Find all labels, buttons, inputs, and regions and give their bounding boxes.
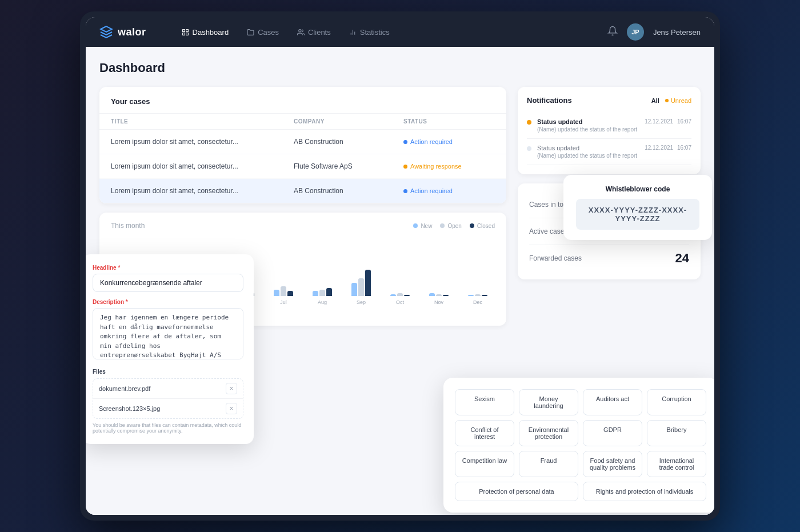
bar-new	[351, 283, 357, 296]
notif-time: 12.12.2021 16:07	[645, 145, 691, 159]
bar-open	[475, 294, 481, 296]
bar-closed	[482, 295, 487, 296]
nav-item-dashboard[interactable]: Dashboard	[174, 25, 237, 40]
notif-indicator-unread	[527, 120, 531, 125]
whistleblower-card: Whistleblower code XXXX-YYYY-ZZZZ-XXXX-Y…	[563, 175, 712, 240]
bar-group: Oct	[383, 233, 417, 305]
cases-title: Your cases	[111, 97, 150, 106]
table-row[interactable]: Lorem ipsum dolor sit amet, consectetur.…	[99, 154, 506, 179]
svg-rect-1	[186, 29, 188, 31]
file-delete-button[interactable]: ×	[226, 383, 237, 394]
bar-new	[313, 291, 318, 296]
table-row[interactable]: Lorem ipsum dolor sit amet, consectetur.…	[99, 130, 506, 154]
notification-bell[interactable]	[607, 26, 618, 38]
bar-month-label: Oct	[396, 299, 404, 305]
notif-tab-all[interactable]: All	[651, 97, 659, 104]
table-row[interactable]: Lorem ipsum dolor sit amet, consectetur.…	[99, 179, 506, 203]
file-name: Screenshot.123×5.jpg	[99, 405, 160, 412]
bars	[390, 233, 410, 296]
file-item: dokument.brev.pdf ×	[93, 379, 243, 399]
notification-item[interactable]: Status updated (Name) updated the status…	[527, 139, 691, 165]
bar-group: Dec	[461, 233, 495, 305]
category-tag[interactable]: GDPR	[583, 420, 642, 446]
report-form-card: Headline * Description * Jeg har igennem…	[86, 254, 254, 444]
notif-content: Status updated (Name) updated the status…	[537, 118, 637, 133]
category-tag[interactable]: International trade control	[647, 451, 706, 477]
wb-title: Whistleblower code	[576, 185, 699, 193]
legend-dot-open	[440, 223, 445, 228]
nav-item-statistics[interactable]: Statistics	[341, 25, 398, 40]
svg-rect-2	[182, 33, 185, 35]
bar-group: Jul	[266, 233, 301, 305]
legend-dot-closed	[470, 223, 474, 228]
folder-icon	[247, 29, 254, 36]
file-delete-button[interactable]: ×	[226, 403, 237, 414]
notification-item[interactable]: Status updated (Name) updated the status…	[527, 113, 691, 139]
files-label: Files	[93, 369, 243, 375]
nav-item-clients[interactable]: Clients	[289, 25, 339, 40]
cases-card: Your cases Title Company Status Lorem ip…	[99, 87, 506, 203]
category-tag[interactable]: Conflict of interest	[455, 420, 514, 446]
row-company: AB Construction	[294, 138, 403, 146]
chart-period: This month	[111, 222, 145, 230]
notif-tab-unread[interactable]: Unread	[665, 97, 691, 104]
bars	[468, 233, 487, 296]
svg-rect-3	[186, 33, 188, 35]
logo[interactable]: walor	[99, 25, 146, 39]
file-name: dokument.brev.pdf	[99, 385, 150, 392]
row-title: Lorem ipsum dolor sit amet, consectetur.…	[111, 162, 294, 170]
bars	[351, 233, 371, 296]
category-tag[interactable]: Money laundering	[519, 389, 578, 415]
category-tag[interactable]: Corruption	[647, 389, 706, 415]
bar-group: Sep	[344, 233, 378, 305]
notif-indicator-read	[527, 146, 531, 151]
category-tag[interactable]: Environmental protection	[519, 420, 578, 446]
category-tag[interactable]: Competition law	[455, 451, 514, 477]
avatar[interactable]: JP	[627, 23, 644, 41]
file-list: dokument.brev.pdf × Screenshot.123×5.jpg…	[93, 378, 243, 419]
bar-new	[390, 294, 396, 296]
category-tag[interactable]: Rights and protection of individuals	[583, 482, 706, 501]
category-tag[interactable]: Fraud	[519, 451, 578, 477]
category-tag[interactable]: Sexism	[455, 389, 514, 415]
col-status: Status	[403, 118, 495, 125]
status-badge: Action required	[403, 187, 495, 194]
wb-code[interactable]: XXXX-YYYY-ZZZZ-XXXX-YYYY-ZZZZ	[576, 199, 699, 230]
notif-header: Notifications All Unread	[527, 96, 691, 105]
main-content: Dashboard Your cases Title Company Statu…	[86, 47, 714, 515]
notif-content: Status updated (Name) updated the status…	[537, 145, 637, 159]
bar-new	[429, 293, 435, 296]
legend-dot-new	[413, 223, 418, 228]
categories-grid: SexismMoney launderingAuditors actCorrup…	[455, 389, 706, 501]
dashboard-icon	[182, 29, 189, 36]
nav-right: JP Jens Petersen	[607, 23, 701, 41]
category-tag[interactable]: Auditors act	[583, 389, 642, 415]
stat-row: Forwarded cases 24	[529, 245, 689, 271]
category-tag[interactable]: Protection of personal data	[455, 482, 578, 501]
bar-month-label: Dec	[473, 299, 482, 305]
category-tag[interactable]: Food safety and quality problems	[583, 451, 642, 477]
nav-item-cases[interactable]: Cases	[239, 25, 287, 40]
bar-month-label: Nov	[434, 299, 443, 305]
chart-header: This month New Open	[111, 222, 495, 230]
col-title: Title	[111, 118, 294, 125]
bar-open	[397, 293, 403, 296]
notifications-card: Notifications All Unread	[518, 87, 701, 174]
file-item: Screenshot.123×5.jpg ×	[93, 399, 243, 418]
headline-input[interactable]	[93, 274, 243, 292]
legend-new: New	[413, 223, 432, 229]
bar-month-label: Jul	[280, 299, 287, 305]
statistics-icon	[349, 29, 357, 36]
status-badge: Awaiting response	[403, 163, 495, 170]
bar-month-label: Sep	[357, 299, 366, 305]
legend-closed: Closed	[470, 223, 495, 229]
file-warning: You should be aware that files can conta…	[93, 422, 243, 434]
bar-closed	[326, 288, 332, 296]
category-tag[interactable]: Bribery	[647, 420, 706, 446]
svg-rect-0	[182, 29, 185, 31]
page-title: Dashboard	[99, 61, 701, 75]
bar-open	[281, 286, 286, 296]
description-textarea[interactable]: Jeg har igennem en længere periode haft …	[93, 308, 243, 359]
categories-card: SexismMoney launderingAuditors actCorrup…	[443, 378, 714, 513]
notif-title: Notifications	[527, 96, 572, 105]
